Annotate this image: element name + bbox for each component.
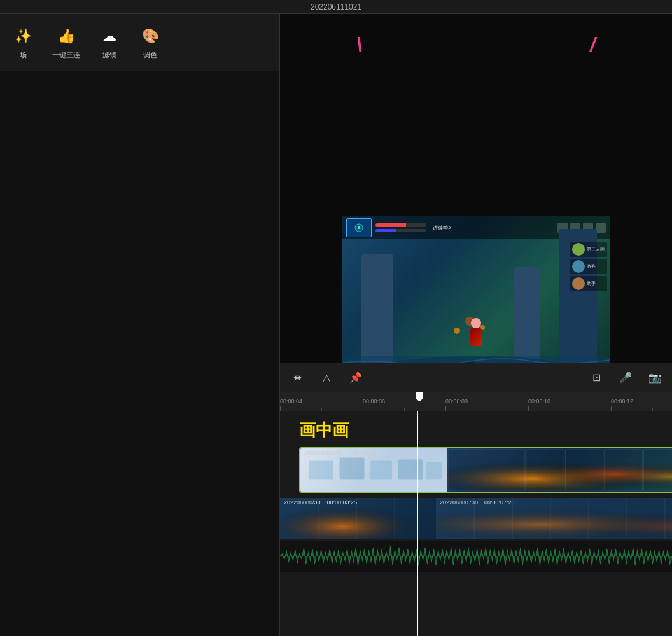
top-bar: 202206111021 (0, 0, 672, 14)
pip-track-info: 202206080730 00:00:08:04 (304, 450, 383, 456)
audio-track (280, 541, 672, 572)
timeline-tool-undo[interactable]: ⬌ (288, 368, 307, 387)
svg-rect-4 (514, 267, 540, 369)
toolbar-item-filter[interactable]: ☁ 滤镜 (92, 21, 127, 64)
character (466, 318, 486, 350)
timeline-tool-camera[interactable]: 📷 (645, 368, 664, 387)
waveform-svg (280, 541, 672, 572)
main-right-filename: 202206080730 (440, 499, 478, 506)
right-panel: \ / (280, 14, 672, 636)
toolbar-item-oneclick[interactable]: 👍 一键三连 (46, 21, 87, 64)
pip-track[interactable]: 202206080730 00:00:08:04 (299, 447, 672, 493)
pip-filename: 202206080730 (304, 450, 342, 456)
pip-duration: 00:00:08:04 (353, 450, 383, 456)
toolbar-label-filter: 滤镜 (102, 50, 116, 60)
svg-rect-2 (361, 254, 393, 369)
timeline-tool-split[interactable]: △ (317, 368, 336, 387)
main-left-filename: 202206080/30 (284, 499, 321, 506)
timeline-section: ⬌ △ 📌 ⊡ 🎤 📷 00:00:04 00:00:06 00:00:08 0… (280, 363, 672, 636)
svg-point-7 (454, 328, 460, 334)
timeline-tool-mic[interactable]: 🎤 (616, 368, 635, 387)
timeline-toolbar: ⬌ △ 📌 ⊡ 🎤 📷 (280, 363, 672, 392)
main-layout: ✨ 场 👍 一键三连 ☁ 滤镜 🎨 调色 \ (0, 14, 672, 636)
main-track-left[interactable]: 202206080/30 00:00:03:25 (280, 498, 436, 539)
magic-icon: ✨ (11, 25, 34, 48)
pip-label: 画中画 (299, 419, 349, 441)
toolbar-label-magic: 场 (20, 50, 27, 60)
svg-rect-20 (447, 448, 672, 492)
main-track-right[interactable]: 202206080730 00:00:07:20 (436, 498, 672, 539)
playhead-marker[interactable] (416, 392, 423, 401)
timeline-tool-fit[interactable]: ⊡ (587, 368, 606, 387)
filter-icon: ☁ (98, 25, 121, 48)
decoration-right: / (590, 33, 596, 57)
timeline-tool-pin[interactable]: 📌 (346, 368, 365, 387)
project-title: 202206111021 (311, 3, 361, 11)
oneclick-icon: 👍 (55, 25, 78, 48)
toolbar-label-color: 调色 (143, 50, 157, 60)
color-icon: 🎨 (139, 25, 162, 48)
main-track-left-info: 202206080/30 00:00:03:25 (284, 499, 357, 506)
left-panel: ✨ 场 👍 一键三连 ☁ 滤镜 🎨 调色 (0, 14, 280, 636)
player-list: 第三人称 游客 助手 (570, 242, 607, 291)
track-area: 画中画 202206080730 00:00:08:04 (280, 411, 672, 636)
timeline-ruler: 00:00:04 00:00:06 00:00:08 00:00:10 00:0… (280, 392, 672, 411)
toolbar-label-oneclick: 一键三连 (52, 50, 80, 60)
main-left-duration: 00:00:03:25 (327, 499, 358, 506)
toolbar-item-color[interactable]: 🎨 调色 (132, 21, 168, 64)
main-right-duration: 00:00:07:20 (484, 499, 515, 506)
toolbar: ✨ 场 👍 一键三连 ☁ 滤镜 🎨 调色 (0, 14, 279, 71)
main-track-right-info: 202206080730 00:00:07:20 (440, 499, 515, 506)
decoration-left: \ (356, 33, 362, 57)
toolbar-item-magic[interactable]: ✨ 场 (5, 21, 41, 64)
left-content (0, 71, 279, 636)
